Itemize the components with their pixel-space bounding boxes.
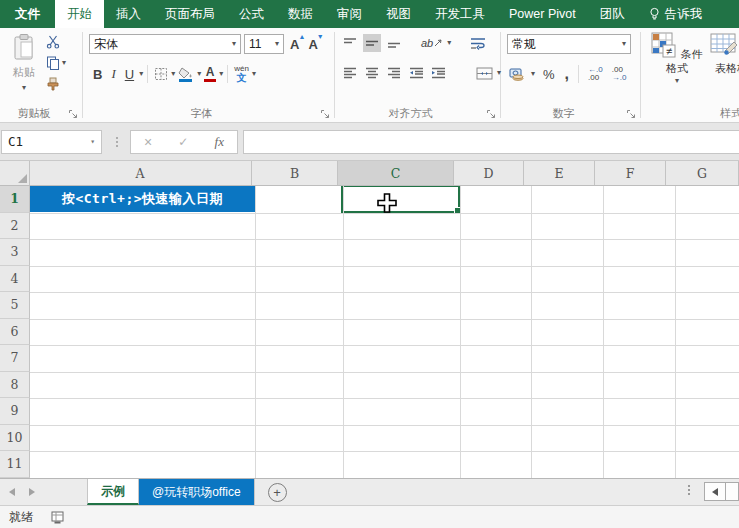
grow-font-button[interactable]: A▲	[287, 37, 302, 52]
copy-dropdown[interactable]: ▾	[62, 59, 66, 67]
font-size-combo[interactable]: 11▾	[244, 34, 284, 54]
sheet-nav-left-icon[interactable]	[9, 488, 15, 496]
align-bottom-button[interactable]	[385, 34, 403, 52]
row-header-1[interactable]: 1	[0, 186, 30, 213]
alignment-dialog-launcher-icon[interactable]	[486, 109, 497, 120]
sheet-nav-right-icon[interactable]	[29, 488, 35, 496]
cell-A1[interactable]: 按<Ctrl+;>快速输入日期	[30, 186, 255, 212]
orientation-button[interactable]: ab	[421, 37, 443, 49]
font-name-combo[interactable]: 宋体▾	[89, 34, 241, 54]
row-header-6[interactable]: 6	[0, 319, 30, 346]
row-header-2[interactable]: 2	[0, 213, 30, 240]
formula-input[interactable]	[243, 130, 739, 154]
wrap-text-button[interactable]	[469, 34, 487, 52]
ribbon-tab-告诉我[interactable]: 告诉我	[637, 0, 715, 28]
decrease-indent-button[interactable]	[407, 64, 425, 82]
name-box-splitter[interactable]	[110, 137, 124, 147]
font-color-button[interactable]: A	[202, 66, 218, 82]
increase-indent-button[interactable]	[429, 64, 447, 82]
italic-button[interactable]: I	[107, 64, 119, 84]
ribbon-tab-开发工具[interactable]: 开发工具	[423, 0, 497, 28]
column-header-A[interactable]: A	[30, 161, 252, 185]
orientation-dropdown[interactable]: ▾	[447, 39, 451, 47]
accounting-dropdown[interactable]: ▾	[531, 70, 535, 78]
cut-button[interactable]	[46, 34, 66, 50]
underline-button[interactable]: U	[121, 64, 138, 84]
insert-function-button[interactable]: fx	[215, 134, 224, 150]
sheet-tab-示例[interactable]: 示例	[87, 479, 139, 505]
decrease-decimal-button[interactable]: .00 →.0	[612, 66, 627, 82]
select-all-corner[interactable]	[0, 161, 30, 185]
number-format-combo[interactable]: 常规▾	[507, 34, 631, 54]
align-left-button[interactable]	[341, 64, 359, 82]
column-header-E[interactable]: E	[524, 161, 595, 185]
cancel-button[interactable]: ×	[144, 134, 152, 150]
ribbon-tab-视图[interactable]: 视图	[374, 0, 423, 28]
ribbon-tab-Power Pivot[interactable]: Power Pivot	[497, 0, 588, 28]
macro-record-icon[interactable]	[51, 511, 64, 524]
copy-button[interactable]: ▾	[46, 55, 66, 71]
align-right-button[interactable]	[385, 64, 403, 82]
row-header-3[interactable]: 3	[0, 239, 30, 266]
phonetic-button[interactable]: wén 文	[232, 65, 251, 83]
ribbon-tab-团队[interactable]: 团队	[588, 0, 637, 28]
phonetic-dropdown[interactable]: ▾	[252, 70, 256, 78]
ribbon-tab-文件[interactable]: 文件	[0, 0, 55, 28]
column-header-B[interactable]: B	[252, 161, 339, 185]
tab-scroll-splitter[interactable]	[688, 485, 690, 495]
align-middle-button[interactable]	[363, 34, 381, 52]
new-sheet-button[interactable]: +	[268, 483, 287, 502]
scroll-left-button[interactable]	[704, 482, 726, 501]
ribbon-tab-页面布局[interactable]: 页面布局	[153, 0, 227, 28]
fill-color-dropdown[interactable]: ▾	[197, 70, 201, 78]
shrink-font-button[interactable]: A▼	[305, 37, 320, 52]
sheet-tab-@玩转职场office[interactable]: @玩转职场office	[139, 479, 255, 505]
enter-button[interactable]: ✓	[178, 135, 188, 149]
ribbon-tab-开始[interactable]: 开始	[55, 0, 104, 28]
column-header-C[interactable]: C	[338, 161, 453, 185]
ribbon-tab-公式[interactable]: 公式	[227, 0, 276, 28]
row-header-8[interactable]: 8	[0, 372, 30, 399]
conditional-formatting-dropdown[interactable]: ▾	[649, 77, 705, 85]
align-center-button[interactable]	[363, 64, 381, 82]
format-painter-button[interactable]	[46, 76, 66, 92]
formula-buttons: × ✓ fx	[130, 130, 238, 154]
horizontal-scrollbar[interactable]	[704, 482, 739, 501]
borders-button[interactable]	[152, 64, 170, 84]
align-top-button[interactable]	[341, 34, 359, 52]
percent-button[interactable]: %	[543, 67, 555, 82]
comma-button[interactable]: ,	[565, 69, 569, 79]
number-dialog-launcher-icon[interactable]	[626, 109, 637, 120]
format-as-table-button[interactable]: 套用 表格格式	[707, 32, 739, 76]
ribbon-tab-数据[interactable]: 数据	[276, 0, 325, 28]
ribbon-tab-插入[interactable]: 插入	[104, 0, 153, 28]
row-header-4[interactable]: 4	[0, 266, 30, 293]
row-header-5[interactable]: 5	[0, 292, 30, 319]
paste-button[interactable]: 粘贴 ▾	[7, 33, 41, 92]
scrollbar-track[interactable]	[726, 482, 739, 501]
column-header-F[interactable]: F	[595, 161, 666, 185]
accounting-format-button[interactable]	[507, 64, 528, 84]
selected-cell-C1[interactable]	[341, 186, 460, 213]
font-dialog-launcher-icon[interactable]	[320, 109, 331, 120]
font-color-dropdown[interactable]: ▾	[219, 70, 223, 78]
ribbon-tab-审阅[interactable]: 审阅	[325, 0, 374, 28]
column-header-G[interactable]: G	[666, 161, 739, 185]
fill-color-button[interactable]	[176, 64, 196, 84]
name-box-dropdown[interactable]: ▾	[90, 138, 95, 146]
row-header-7[interactable]: 7	[0, 345, 30, 372]
cells-area[interactable]: 按<Ctrl+;>快速输入日期	[30, 186, 739, 478]
bold-button[interactable]: B	[89, 64, 106, 84]
increase-decimal-button[interactable]: ←.0 .00	[588, 66, 603, 82]
name-box[interactable]: C1▾	[1, 130, 102, 154]
row-header-10[interactable]: 10	[0, 425, 30, 452]
borders-dropdown[interactable]: ▾	[171, 70, 175, 78]
underline-dropdown[interactable]: ▾	[139, 70, 143, 78]
row-header-9[interactable]: 9	[0, 398, 30, 425]
conditional-formatting-button[interactable]: ≠ 条件格式 ▾	[649, 32, 705, 85]
paste-dropdown[interactable]: ▾	[22, 83, 26, 92]
merge-center-button[interactable]	[475, 64, 493, 82]
clipboard-dialog-launcher-icon[interactable]	[68, 109, 79, 120]
row-header-11[interactable]: 11	[0, 451, 30, 478]
column-header-D[interactable]: D	[454, 161, 524, 185]
